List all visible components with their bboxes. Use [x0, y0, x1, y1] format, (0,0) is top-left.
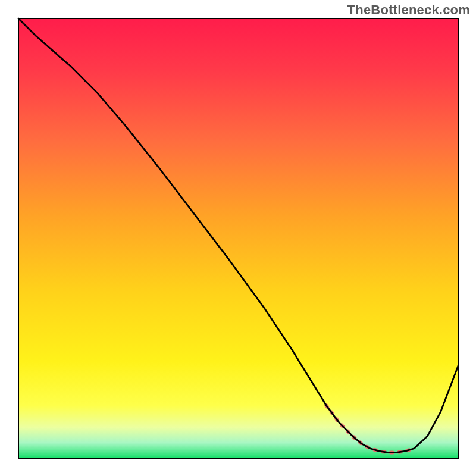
chart-stage: TheBottleneck.com [0, 0, 476, 476]
chart-svg [0, 0, 476, 476]
plot-background [18, 18, 458, 458]
